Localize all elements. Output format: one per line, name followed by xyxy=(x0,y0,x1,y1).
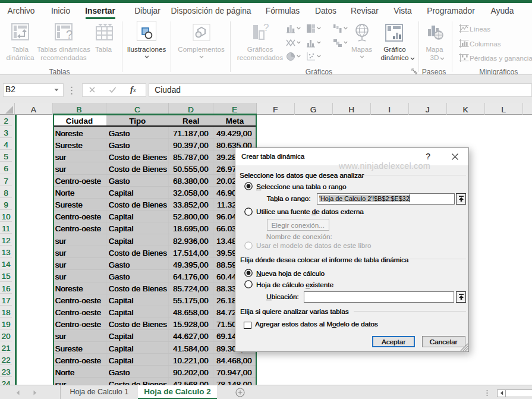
svg-text:?: ? xyxy=(263,23,269,33)
svg-text:?: ? xyxy=(66,28,73,41)
